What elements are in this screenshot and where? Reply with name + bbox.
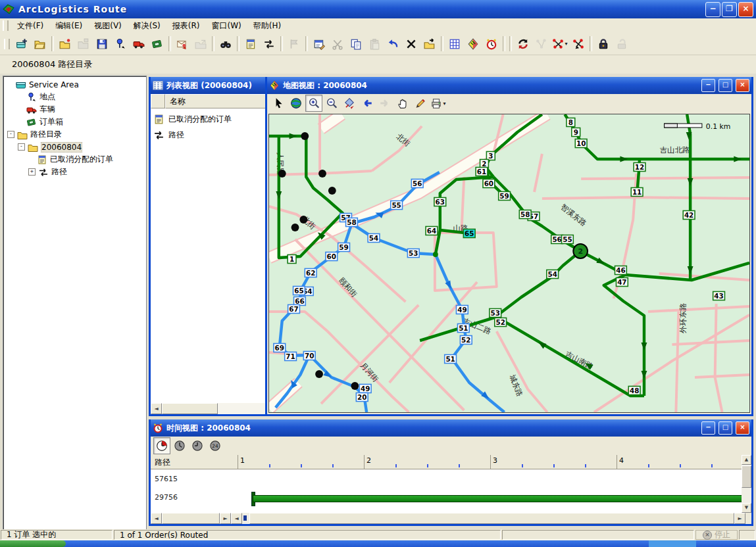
scroll-left-button[interactable]: ◄ [151, 403, 162, 414]
zoom-in-tool[interactable] [305, 95, 322, 112]
list-view-button[interactable] [445, 35, 464, 53]
tree-item-Service Area[interactable]: Service Area [3, 78, 146, 91]
restore-button[interactable]: ❐ [722, 2, 737, 17]
map-stop[interactable]: 46 [615, 266, 627, 275]
map-stop[interactable]: 2 [480, 160, 489, 168]
map-stop[interactable]: 60 [483, 179, 495, 188]
route-id-label[interactable]: 29756 [155, 493, 178, 502]
map-stop[interactable]: 55 [391, 201, 403, 210]
map-stop[interactable]: 66 [294, 297, 306, 306]
map-stop[interactable]: 12 [634, 163, 645, 172]
routes-button[interactable] [260, 35, 278, 53]
network-tools-button[interactable] [569, 35, 588, 53]
back-extent-tool[interactable] [359, 95, 376, 112]
map-canvas[interactable]: 北街人民路北街吉山北路外环东路智溪东路山路颐和街月河街吉山二路吉山南路城东路13… [268, 114, 750, 413]
minimize-button[interactable]: − [705, 2, 720, 17]
zoom-to-selected-tool[interactable] [341, 95, 358, 112]
build-routes-button[interactable] [514, 35, 532, 53]
map-stop[interactable]: 8 [567, 118, 575, 127]
move-to-folder-button[interactable] [420, 35, 439, 53]
lock-button[interactable] [594, 35, 613, 53]
dropdown-caret[interactable]: ▾ [565, 41, 567, 47]
map-stop[interactable]: 55 [562, 235, 574, 244]
tree-item-地点[interactable]: 地点 [3, 91, 146, 103]
map-stop[interactable]: 60 [326, 252, 338, 261]
map-stop[interactable]: 65 [293, 287, 305, 295]
delete-button[interactable] [402, 35, 420, 53]
depot-marker[interactable]: 2 [573, 244, 588, 258]
network-analysis-button[interactable]: ▾ [551, 35, 569, 53]
menu-item-0[interactable]: 文件(F) [11, 19, 49, 32]
map-stop[interactable]: 58 [519, 210, 531, 219]
new-folder-button[interactable] [56, 35, 74, 53]
map-stop[interactable]: 52 [495, 318, 507, 327]
map-stop[interactable]: 47 [616, 278, 628, 287]
map-stop[interactable]: 20 [356, 393, 368, 402]
map-stop[interactable]: 49 [359, 385, 371, 393]
open-project-button[interactable] [31, 35, 49, 53]
full-extent-tool[interactable] [288, 95, 305, 112]
tree-item-已取消分配的订单[interactable]: 已取消分配的订单 [3, 153, 146, 166]
close-button[interactable]: × [738, 2, 753, 17]
pie-clock-button[interactable] [153, 437, 170, 454]
map-stop[interactable]: 1 [288, 255, 296, 264]
map-stop[interactable]: 63 [434, 198, 446, 206]
map-stop[interactable]: 54 [368, 234, 380, 243]
map-stop[interactable]: 61 [476, 168, 488, 176]
scroll-left-button[interactable]: ◄ [151, 513, 162, 524]
scroll-down-button[interactable]: ▼ [742, 503, 751, 513]
dropdown-caret[interactable]: ▾ [443, 101, 445, 107]
select-tool[interactable] [270, 95, 287, 112]
map-stop[interactable]: 59 [338, 243, 350, 252]
time-minimize-button[interactable]: − [701, 421, 715, 435]
properties-button[interactable] [310, 35, 328, 53]
tree-item-车辆[interactable]: 车辆 [3, 103, 146, 116]
order-box-button[interactable] [148, 35, 166, 53]
map-window-titlebar[interactable]: 地图视图 : 20060804 − □ × [267, 77, 751, 94]
route-time-bar[interactable] [253, 495, 742, 502]
unassigned-orders-button[interactable] [241, 35, 260, 53]
map-stop[interactable]: 52 [460, 336, 472, 345]
tree-expander[interactable]: - [7, 131, 14, 138]
scroll-right-button-2[interactable]: ► [734, 513, 745, 524]
time-hscrollbar[interactable]: ◄ ► ◄ ► [151, 513, 745, 524]
map-stop[interactable]: 58 [346, 218, 358, 227]
map-stop[interactable]: 62 [305, 269, 316, 277]
menu-item-6[interactable]: 帮助(H) [247, 19, 287, 32]
menu-item-5[interactable]: 窗口(W) [205, 19, 247, 32]
tree-item-路径目录[interactable]: -路径目录 [3, 128, 146, 141]
map-view-button[interactable] [464, 35, 482, 53]
menu-item-1[interactable]: 编辑(E) [49, 19, 88, 32]
tree-expander[interactable]: + [28, 168, 36, 176]
scroll-thumb-left[interactable] [162, 513, 220, 524]
map-stop[interactable]: 56 [411, 179, 423, 188]
time-vscrollbar[interactable]: ▲ ▼ [742, 455, 751, 513]
time-window-titlebar[interactable]: 时间视图 : 20060804 − □ × [151, 419, 751, 437]
map-stop[interactable]: 49 [456, 306, 468, 314]
menu-item-2[interactable]: 视图(V) [88, 19, 128, 32]
pan-tool[interactable] [394, 95, 411, 112]
map-stop[interactable]: 54 [547, 270, 559, 279]
map-close-button[interactable]: × [736, 79, 749, 92]
route-column-header[interactable]: 路径 [155, 457, 170, 468]
undo-button[interactable] [384, 35, 402, 53]
clock-2-button[interactable] [171, 437, 188, 454]
zoom-out-tool[interactable] [323, 95, 340, 112]
map-stop[interactable]: 53 [490, 309, 501, 318]
map-minimize-button[interactable]: − [701, 79, 715, 92]
menu-item-4[interactable]: 报表(R) [166, 19, 206, 32]
scroll-right-button[interactable]: ► [220, 513, 231, 524]
copy-button[interactable] [347, 35, 365, 53]
map-stop[interactable]: 70 [303, 352, 315, 360]
map-stop[interactable]: 71 [285, 352, 297, 361]
vscroll-thumb[interactable] [742, 465, 751, 488]
save-button[interactable] [93, 35, 111, 53]
map-maximize-button[interactable]: □ [718, 79, 732, 92]
map-stop[interactable]: 10 [575, 139, 587, 148]
map-stop[interactable]: 51 [445, 355, 457, 364]
row-selector-header[interactable] [151, 94, 165, 108]
map-stop[interactable]: 65 [463, 229, 475, 238]
map-stop[interactable]: 59 [499, 192, 511, 201]
tree-item-订单箱[interactable]: 订单箱 [3, 116, 146, 128]
map-stop[interactable]: 42 [683, 211, 695, 220]
